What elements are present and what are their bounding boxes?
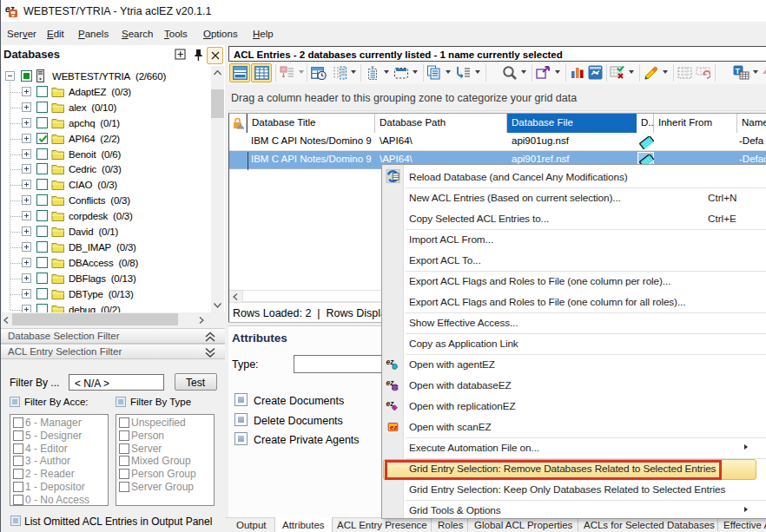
svg-text:ez: ez xyxy=(390,424,397,431)
